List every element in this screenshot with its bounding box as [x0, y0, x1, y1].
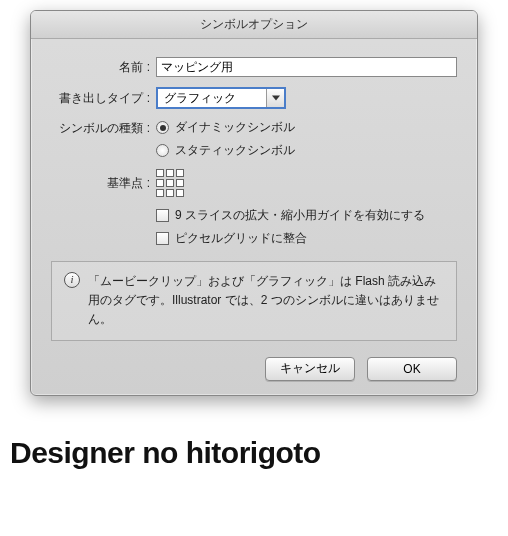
- radio-label: スタティックシンボル: [175, 142, 295, 159]
- checkbox-label: 9 スライスの拡大・縮小用ガイドを有効にする: [175, 207, 425, 224]
- reg-cell[interactable]: [176, 169, 184, 177]
- symbol-kind-label: シンボルの種類: [51, 119, 156, 137]
- name-label: 名前: [51, 59, 156, 76]
- export-type-label: 書き出しタイプ: [51, 90, 156, 107]
- reg-cell[interactable]: [166, 189, 174, 197]
- dialog-content: 名前 書き出しタイプ グラフィック シンボルの種類 ダイナミックシンボル: [31, 39, 477, 395]
- info-text: 「ムービークリップ」および「グラフィック」は Flash 読み込み用のタグです。…: [88, 272, 444, 330]
- checkbox-9slice[interactable]: 9 スライスの拡大・縮小用ガイドを有効にする: [156, 207, 425, 224]
- export-type-select[interactable]: グラフィック: [156, 87, 286, 109]
- footer-text: Designer no hitorigoto: [0, 416, 508, 500]
- reg-cell[interactable]: [156, 169, 164, 177]
- export-type-value: グラフィック: [158, 90, 266, 107]
- reg-cell[interactable]: [176, 179, 184, 187]
- cancel-button[interactable]: キャンセル: [265, 357, 355, 381]
- reg-cell[interactable]: [156, 179, 164, 187]
- checkbox-label: ピクセルグリッドに整合: [175, 230, 307, 247]
- info-box: i 「ムービークリップ」および「グラフィック」は Flash 読み込み用のタグで…: [51, 261, 457, 341]
- checkbox-icon: [156, 232, 169, 245]
- name-input[interactable]: [156, 57, 457, 77]
- radio-icon: [156, 144, 169, 157]
- checkbox-icon: [156, 209, 169, 222]
- chevron-down-icon: [266, 89, 284, 107]
- info-icon: i: [64, 272, 80, 288]
- radio-static-symbol[interactable]: スタティックシンボル: [156, 142, 295, 159]
- reg-cell[interactable]: [176, 189, 184, 197]
- reg-cell[interactable]: [156, 189, 164, 197]
- registration-point-grid[interactable]: [156, 169, 184, 197]
- radio-icon: [156, 121, 169, 134]
- reg-cell[interactable]: [166, 169, 174, 177]
- radio-label: ダイナミックシンボル: [175, 119, 295, 136]
- registration-label: 基準点: [51, 175, 156, 192]
- ok-button[interactable]: OK: [367, 357, 457, 381]
- reg-cell[interactable]: [166, 179, 174, 187]
- dialog-title: シンボルオプション: [31, 11, 477, 39]
- checkbox-pixelgrid[interactable]: ピクセルグリッドに整合: [156, 230, 307, 247]
- radio-dynamic-symbol[interactable]: ダイナミックシンボル: [156, 119, 295, 136]
- symbol-options-dialog: シンボルオプション 名前 書き出しタイプ グラフィック シンボルの種類 ダイナミ…: [30, 10, 478, 396]
